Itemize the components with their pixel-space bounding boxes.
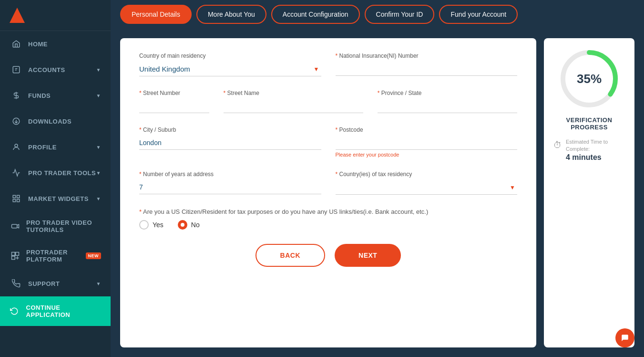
sidebar-item-protrader-platform[interactable]: PROTRADER PLATFORM NEW: [0, 241, 111, 271]
downloads-icon: [11, 116, 21, 126]
sidebar: HOME ACCOUNTS ▼ FUNDS ▼ DOWNLOADS: [0, 0, 111, 357]
radio-no-label[interactable]: No: [178, 220, 200, 230]
street-number-label: * Street Number: [139, 90, 209, 96]
ni-label: * National Insurance(NI) Number: [336, 52, 518, 59]
tab-confirm-your-id[interactable]: Confirm Your ID: [365, 5, 435, 24]
time-estimate: ⏱ Estimated Time to Complete: 4 minutes: [553, 138, 625, 162]
tab-fund-your-account[interactable]: Fund your Account: [439, 5, 518, 24]
province-label: * Province / State: [378, 90, 517, 96]
tab-more-about-you[interactable]: More About You: [196, 5, 266, 24]
form-row-4: * Number of years at address * Country(i…: [139, 171, 517, 195]
form-row-3: * City / Suburb * Postcode Please enter …: [139, 126, 517, 158]
sidebar-item-home[interactable]: HOME: [0, 31, 111, 57]
years-input[interactable]: [139, 180, 321, 194]
clock-icon: ⏱: [553, 140, 562, 150]
radio-no-outer[interactable]: [178, 220, 187, 230]
street-number-group: * Street Number: [139, 90, 209, 113]
svg-rect-8: [12, 252, 15, 256]
chat-bubble[interactable]: [615, 328, 634, 347]
support-icon: [11, 278, 21, 289]
sidebar-item-label: DOWNLOADS: [28, 118, 72, 125]
sidebar-item-label: MARKET WIDGETS: [28, 195, 89, 202]
svg-rect-4: [17, 195, 20, 198]
progress-label: VERIFICATION PROGRESS: [553, 116, 625, 131]
tax-residency-label: * Country(ies) of tax residency: [336, 171, 518, 178]
sidebar-item-label: PRO TRADER VIDEO TUTORIALS: [26, 219, 101, 233]
progress-card: 35% VERIFICATION PROGRESS ⏱ Estimated Ti…: [544, 38, 634, 347]
form-row-2: * Street Number * Street Name * Province…: [139, 90, 517, 113]
circle-progress: 35%: [558, 48, 620, 110]
sidebar-item-label: PROTRADER PLATFORM: [26, 249, 82, 263]
sidebar-item-continue-application[interactable]: CONTINUE APPLICATION: [0, 296, 111, 326]
home-icon: [11, 39, 21, 49]
city-input[interactable]: [139, 136, 321, 150]
radio-yes-outer[interactable]: [139, 220, 149, 230]
sidebar-item-label: SUPPORT: [28, 280, 60, 287]
radio-yes-text: Yes: [153, 221, 164, 229]
us-citizen-section: * Are you a US Citizen/Resident for tax …: [139, 208, 517, 230]
sidebar-item-label: HOME: [28, 41, 48, 48]
sidebar-item-label: FUNDS: [28, 92, 51, 99]
chevron-icon: ▼: [96, 145, 101, 150]
progress-percent: 35%: [577, 72, 602, 86]
tab-account-configuration[interactable]: Account Configuration: [271, 5, 360, 24]
country-label: Country of main residency: [139, 52, 321, 59]
top-tabs: Personal Details More About You Account …: [111, 0, 644, 29]
pro-trader-tools-icon: [11, 168, 21, 178]
ni-number-group: * National Insurance(NI) Number: [336, 52, 518, 76]
province-input[interactable]: [378, 99, 517, 113]
time-value: 4 minutes: [566, 153, 625, 162]
svg-rect-6: [17, 200, 20, 202]
tax-residency-select[interactable]: United Kingdom United States: [336, 180, 518, 194]
form-area: Country of main residency United Kingdom…: [111, 29, 644, 357]
sidebar-item-label: ACCOUNTS: [28, 66, 65, 74]
radio-no-text: No: [191, 221, 200, 229]
radio-no-inner: [181, 223, 184, 227]
sidebar-item-profile[interactable]: PROFILE ▼: [0, 134, 111, 160]
postcode-error: Please enter your postcode: [336, 152, 518, 158]
country-select[interactable]: United Kingdom United States Australia: [139, 62, 321, 76]
sidebar-item-pro-trader-tools[interactable]: PRO TRADER TOOLS ▼: [0, 160, 111, 186]
city-group: * City / Suburb: [139, 126, 321, 158]
market-widgets-icon: [11, 193, 21, 204]
chevron-icon: ▼: [96, 93, 101, 98]
form-row-1: Country of main residency United Kingdom…: [139, 52, 517, 76]
street-name-group: * Street Name: [224, 90, 363, 113]
tab-personal-details[interactable]: Personal Details: [120, 5, 192, 24]
street-name-input[interactable]: [224, 99, 363, 113]
chevron-icon: ▼: [96, 196, 101, 201]
svg-rect-3: [13, 195, 15, 198]
svg-rect-10: [12, 256, 15, 260]
sidebar-item-support[interactable]: SUPPORT ▼: [0, 271, 111, 296]
next-button[interactable]: NEXT: [335, 244, 401, 267]
form-buttons: BACK NEXT: [139, 244, 517, 267]
sidebar-item-label: PROFILE: [28, 144, 57, 151]
sidebar-item-pro-trader-video[interactable]: PRO TRADER VIDEO TUTORIALS: [0, 211, 111, 241]
svg-rect-5: [13, 200, 15, 202]
back-button[interactable]: BACK: [256, 244, 325, 267]
street-number-input[interactable]: [139, 99, 209, 113]
sidebar-item-market-widgets[interactable]: MARKET WIDGETS ▼: [0, 186, 111, 211]
svg-point-2: [15, 144, 18, 147]
continue-icon: [10, 306, 20, 316]
sidebar-nav: HOME ACCOUNTS ▼ FUNDS ▼ DOWNLOADS: [0, 31, 111, 357]
sidebar-item-funds[interactable]: FUNDS ▼: [0, 83, 111, 108]
country-group: Country of main residency United Kingdom…: [139, 52, 321, 76]
funds-icon: [11, 90, 21, 101]
chevron-icon: ▼: [96, 281, 101, 286]
new-badge: NEW: [86, 252, 102, 259]
svg-rect-9: [16, 252, 19, 256]
tax-residency-select-wrapper: United Kingdom United States ▼: [336, 180, 518, 195]
time-label: Estimated Time to Complete:: [566, 138, 625, 153]
main-content: Personal Details More About You Account …: [111, 0, 644, 357]
radio-group: Yes No: [139, 220, 517, 230]
sidebar-item-downloads[interactable]: DOWNLOADS: [0, 108, 111, 134]
postcode-group: * Postcode Please enter your postcode: [336, 126, 518, 158]
postcode-input[interactable]: [336, 136, 518, 150]
years-group: * Number of years at address: [139, 171, 321, 195]
video-icon: [11, 221, 20, 231]
radio-yes-label[interactable]: Yes: [139, 220, 164, 230]
us-citizen-question: * Are you a US Citizen/Resident for tax …: [139, 208, 517, 215]
sidebar-item-accounts[interactable]: ACCOUNTS ▼: [0, 57, 111, 83]
ni-number-input[interactable]: [336, 62, 518, 76]
